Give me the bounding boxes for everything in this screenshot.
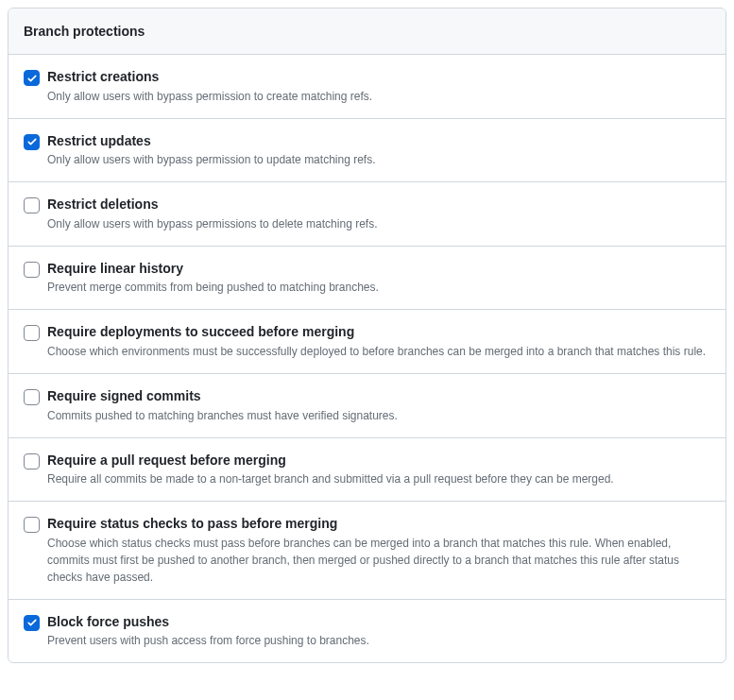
rule-item: Require deployments to succeed before me…	[9, 310, 725, 374]
rule-body: Restrict creationsOnly allow users with …	[47, 68, 710, 105]
rule-checkbox[interactable]	[24, 517, 40, 533]
rule-description: Only allow users with bypass permission …	[47, 151, 710, 168]
rule-checkbox[interactable]	[24, 262, 40, 278]
rule-checkbox[interactable]	[24, 197, 40, 213]
rule-body: Require signed commitsCommits pushed to …	[47, 387, 710, 424]
rule-description: Choose which status checks must pass bef…	[47, 535, 710, 586]
rule-body: Block force pushesPrevent users with pus…	[47, 613, 710, 650]
rule-description: Prevent merge commits from being pushed …	[47, 279, 710, 296]
rule-title[interactable]: Require deployments to succeed before me…	[47, 323, 710, 342]
rule-title[interactable]: Restrict deletions	[47, 196, 710, 214]
rule-item: Require status checks to pass before mer…	[9, 502, 725, 600]
check-icon	[26, 617, 38, 628]
rule-checkbox[interactable]	[24, 134, 40, 150]
rule-item: Restrict updatesOnly allow users with by…	[9, 119, 725, 183]
rule-description: Only allow users with bypass permissions…	[47, 215, 710, 232]
panel-title: Branch protections	[24, 24, 710, 39]
rule-title[interactable]: Require signed commits	[47, 387, 710, 406]
rule-body: Require a pull request before mergingReq…	[47, 452, 710, 488]
rule-title[interactable]: Require status checks to pass before mer…	[47, 515, 710, 534]
rule-checkbox[interactable]	[24, 453, 40, 470]
rule-body: Require linear historyPrevent merge comm…	[47, 260, 710, 297]
rule-body: Require deployments to succeed before me…	[47, 323, 710, 360]
rule-description: Prevent users with push access from forc…	[47, 632, 710, 649]
rule-checkbox[interactable]	[24, 389, 40, 405]
rule-title[interactable]: Restrict creations	[47, 68, 710, 87]
rule-item: Require signed commitsCommits pushed to …	[9, 374, 725, 438]
rule-item: Restrict deletionsOnly allow users with …	[9, 182, 725, 247]
rule-body: Restrict updatesOnly allow users with by…	[47, 132, 710, 169]
rule-checkbox[interactable]	[24, 70, 40, 86]
rule-checkbox[interactable]	[24, 325, 40, 341]
rule-body: Require status checks to pass before mer…	[47, 515, 710, 586]
rule-description: Choose which environments must be succes…	[47, 343, 710, 360]
panel-header: Branch protections	[9, 9, 725, 55]
rule-description: Only allow users with bypass permission …	[47, 88, 710, 105]
rule-item: Require linear historyPrevent merge comm…	[9, 247, 725, 311]
rule-item: Block force pushesPrevent users with pus…	[9, 600, 725, 663]
rule-title[interactable]: Block force pushes	[47, 613, 710, 632]
rule-item: Require a pull request before mergingReq…	[9, 438, 725, 503]
rule-title[interactable]: Require linear history	[47, 260, 710, 279]
check-icon	[26, 73, 38, 84]
rule-description: Commits pushed to matching branches must…	[47, 407, 710, 424]
rule-body: Restrict deletionsOnly allow users with …	[47, 196, 710, 232]
rule-title[interactable]: Restrict updates	[47, 132, 710, 151]
check-icon	[26, 136, 38, 147]
rule-list: Restrict creationsOnly allow users with …	[9, 55, 725, 662]
rule-checkbox[interactable]	[24, 615, 40, 631]
rule-description: Require all commits be made to a non-tar…	[47, 470, 710, 487]
branch-protections-panel: Branch protections Restrict creationsOnl…	[8, 8, 726, 663]
rule-item: Restrict creationsOnly allow users with …	[9, 55, 725, 119]
rule-title[interactable]: Require a pull request before merging	[47, 452, 710, 470]
